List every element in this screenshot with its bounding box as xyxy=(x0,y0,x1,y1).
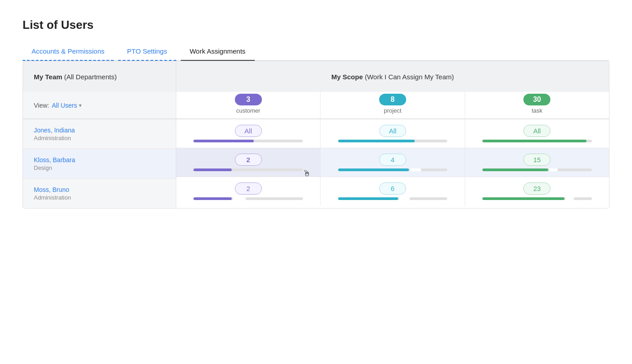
tab-pto[interactable]: PTO Settings xyxy=(118,43,176,60)
view-all-users[interactable]: All Users xyxy=(52,102,77,109)
view-label: View: xyxy=(34,102,49,109)
moss-task-badge[interactable]: 23 xyxy=(523,182,550,195)
user-name-moss[interactable]: Moss, Bruno xyxy=(34,186,165,193)
left-header: My Team (All Departments) xyxy=(23,61,176,92)
cursor-icon: 🖱 xyxy=(303,169,311,178)
kloss-project-bar xyxy=(338,168,448,171)
jones-customer-bar xyxy=(193,140,303,142)
scope-task-badge[interactable]: 30 xyxy=(523,94,550,105)
tab-accounts[interactable]: Accounts & Permissions xyxy=(23,43,114,60)
jones-task-col: All xyxy=(465,119,609,148)
user-info-moss: Moss, Bruno Administration xyxy=(23,179,176,208)
user-row-kloss: Kloss, Barbara Design xyxy=(23,149,176,178)
main-table: My Team (All Departments) View: All User… xyxy=(23,61,609,209)
kloss-customer-col: 2 🖱 xyxy=(176,148,321,177)
jones-scope-cols: All All All xyxy=(176,119,609,148)
page-title: List of Users xyxy=(23,18,609,32)
view-dropdown-arrow[interactable]: ▾ xyxy=(79,102,82,109)
moss-customer-bar xyxy=(193,197,303,200)
user-scope-row-kloss: 2 🖱 4 xyxy=(176,148,609,177)
user-dept-kloss: Design xyxy=(34,164,165,171)
scope-customer-badge[interactable]: 3 xyxy=(235,94,262,105)
user-name-kloss[interactable]: Kloss, Barbara xyxy=(34,156,165,164)
my-scope-label: My Scope xyxy=(331,73,363,81)
scope-task-label: task xyxy=(531,107,542,114)
jones-task-bar xyxy=(482,140,592,142)
jones-customer-badge[interactable]: All xyxy=(235,125,262,137)
user-info-kloss: Kloss, Barbara Design xyxy=(23,149,176,178)
user-row-moss: Moss, Bruno Administration xyxy=(23,178,176,208)
scope-col-project: 8 project xyxy=(321,92,465,118)
scope-col-task: 30 task xyxy=(465,92,609,118)
jones-project-bar xyxy=(338,140,448,142)
moss-scope-cols: 2 6 23 xyxy=(176,177,609,205)
scope-columns-header: 3 customer 8 project 30 task xyxy=(176,92,609,119)
user-row-jones: Jones, Indiana Administration xyxy=(23,119,176,149)
kloss-customer-badge[interactable]: 2 xyxy=(235,154,262,166)
kloss-task-badge[interactable]: 15 xyxy=(523,154,550,166)
user-scope-row-jones: All All All xyxy=(176,119,609,148)
kloss-project-badge[interactable]: 4 xyxy=(379,154,406,166)
scope-project-badge[interactable]: 8 xyxy=(379,94,406,105)
tab-work-assignments[interactable]: Work Assignments xyxy=(181,43,255,60)
my-team-label: My Team xyxy=(34,73,62,81)
my-scope-sub: (Work I Can Assign My Team) xyxy=(365,73,454,81)
user-scope-row-moss: 2 6 23 xyxy=(176,177,609,205)
moss-customer-badge[interactable]: 2 xyxy=(235,182,262,195)
tab-bar: Accounts & Permissions PTO Settings Work… xyxy=(23,43,609,61)
kloss-scope-cols: 2 🖱 4 xyxy=(176,148,609,177)
moss-project-bar xyxy=(338,197,448,200)
scope-project-label: project xyxy=(384,107,401,114)
kloss-task-bar xyxy=(482,168,592,171)
jones-project-badge[interactable]: All xyxy=(379,125,406,137)
moss-project-badge[interactable]: 6 xyxy=(379,182,406,195)
view-row: View: All Users ▾ xyxy=(23,92,176,119)
kloss-task-col: 15 xyxy=(465,148,609,177)
left-panel: My Team (All Departments) View: All User… xyxy=(23,61,176,208)
kloss-customer-bar xyxy=(193,168,303,171)
right-header: My Scope (Work I Can Assign My Team) xyxy=(176,61,609,92)
my-team-sub: (All Departments) xyxy=(64,73,117,81)
scope-customer-label: customer xyxy=(236,107,260,114)
moss-task-col: 23 xyxy=(465,177,609,205)
moss-task-bar xyxy=(482,197,592,200)
moss-project-col: 6 xyxy=(321,177,465,205)
jones-project-col: All xyxy=(321,119,465,148)
scope-col-customer: 3 customer xyxy=(176,92,321,118)
right-panel: My Scope (Work I Can Assign My Team) 3 c… xyxy=(176,61,609,208)
user-dept-moss: Administration xyxy=(34,194,165,201)
jones-task-badge[interactable]: All xyxy=(523,125,550,137)
kloss-project-col: 4 xyxy=(321,148,465,177)
moss-customer-col: 2 xyxy=(176,177,321,205)
jones-customer-col: All xyxy=(176,119,321,148)
kloss-cursor-area: 🖱 xyxy=(193,168,303,171)
user-name-jones[interactable]: Jones, Indiana xyxy=(34,127,165,134)
user-dept-jones: Administration xyxy=(34,135,165,141)
user-info-jones: Jones, Indiana Administration xyxy=(23,119,176,149)
